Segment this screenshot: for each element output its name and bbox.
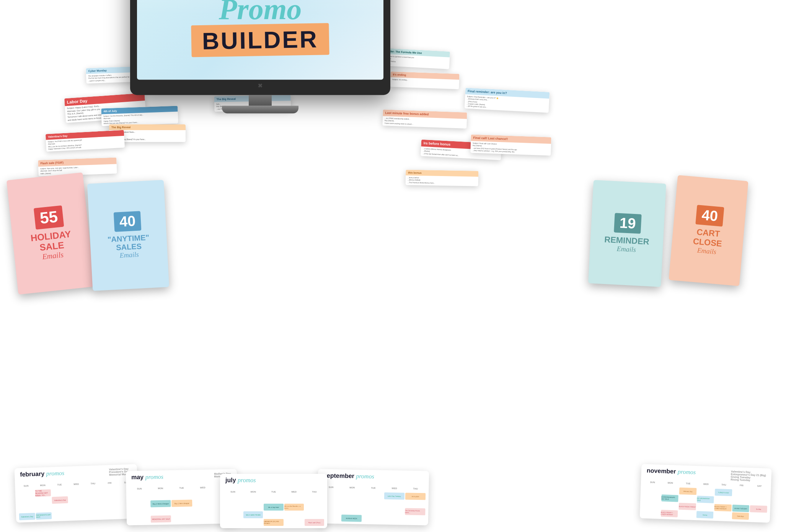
monitor: EMAIL Promo BUILDER ⌘ xyxy=(130,0,390,113)
calendar-november: november promos Valentine's DayEntrepren… xyxy=(640,464,772,523)
title-builder: BUILDER xyxy=(202,25,319,54)
email-card-final-call: Final call! Last chance!! Subject: Final… xyxy=(470,134,551,155)
cal-may-month: may xyxy=(131,474,144,481)
email-card-last-minute-bonus: Last minute free bonus added ...our FREE… xyxy=(382,109,467,129)
cal-sep-month: september xyxy=(323,472,354,479)
main-scene: Bonus expiring soon Subject: A {template… xyxy=(0,0,786,532)
monitor-screen: EMAIL Promo BUILDER xyxy=(137,0,383,80)
cal-may-label: promos xyxy=(145,473,163,480)
calendar-july: july promos SUN MON TUE WED THU 4th of xyxy=(220,474,327,528)
apple-logo: ⌘ xyxy=(258,83,263,88)
monitor-bezel: ⌘ xyxy=(137,80,383,91)
cal-nov-label: promos xyxy=(678,468,696,475)
cal-feb-label: promos xyxy=(46,470,64,477)
email-card-final-reminder: Final reminder: are you in? Subject: Fin… xyxy=(465,88,550,113)
monitor-outer: EMAIL Promo BUILDER ⌘ xyxy=(130,0,390,95)
cal-sep-label: promos xyxy=(356,473,374,480)
cal-july-month: july xyxy=(225,477,236,483)
book-reminder-emails: 19 REMINDER Emails xyxy=(588,180,666,287)
cal-july-label: promos xyxy=(238,477,256,483)
cal-feb-grid: SUN MON TUE WED THU FRI SAT TO THE SEASO… xyxy=(15,477,139,522)
monitor-base xyxy=(222,106,298,113)
cal-sep-grid: SUN MON TUE WED THU Labor Day Tuesday IN… xyxy=(317,482,429,525)
book-holiday-sale: 55 HOLIDAY SALE Emails xyxy=(7,172,95,294)
cal-nov-grid: SUN MON TUE WED THU FRI SAT Veterans Day… xyxy=(640,477,771,523)
cal-nov-month: november xyxy=(647,467,676,475)
calendar-february: february promos Valentine's DayPresident… xyxy=(15,464,139,522)
email-card-this-bonus: this bonus ...bonus before...{Bonus Adde… xyxy=(406,170,479,186)
cal-feb-month: february xyxy=(20,470,45,478)
calendar-september: september promos SUN MON TUE WED THU Lab… xyxy=(317,469,429,525)
title-promo: Promo xyxy=(219,0,302,24)
cal-july-grid: SUN MON TUE WED THU 4th of July Sale! 4t… xyxy=(220,487,327,528)
book-anytime-sales: 40 "ANYTIME" SALES Emails xyxy=(87,180,169,291)
email-card-valentines: Valentine's Day Subject: You'll fall in … xyxy=(46,130,125,152)
monitor-neck xyxy=(249,95,272,106)
book-cart-close: 40 CART CLOSE Emails xyxy=(669,175,748,286)
title-builder-wrap: BUILDER xyxy=(191,24,329,56)
email-card-its-ending: It's ending Subject: It's ending... xyxy=(390,72,459,89)
